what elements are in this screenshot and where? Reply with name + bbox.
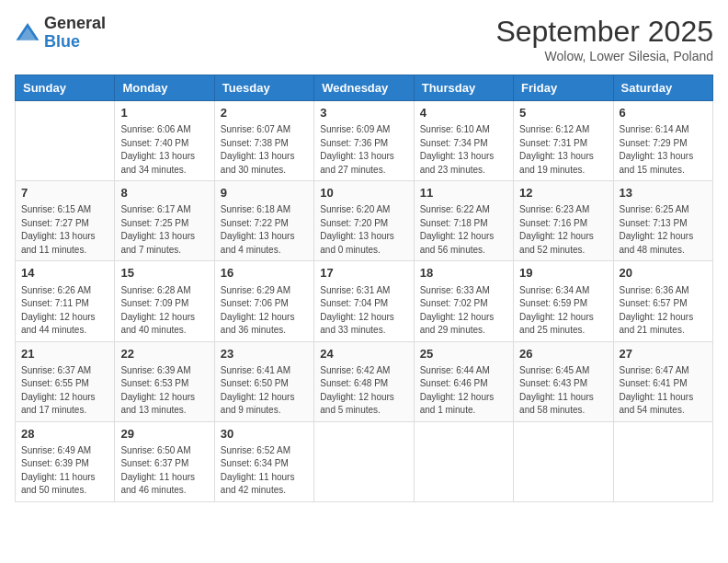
- header-wednesday: Wednesday: [314, 75, 414, 101]
- day-number: 23: [221, 346, 308, 362]
- day-info: Sunrise: 6:18 AM Sunset: 7:22 PM Dayligh…: [221, 203, 308, 257]
- day-info: Sunrise: 6:44 AM Sunset: 6:46 PM Dayligh…: [420, 364, 507, 418]
- calendar-cell: 20Sunrise: 6:36 AM Sunset: 6:57 PM Dayli…: [613, 261, 712, 341]
- calendar-cell: 29Sunrise: 6:50 AM Sunset: 6:37 PM Dayli…: [115, 421, 214, 501]
- day-number: 4: [420, 105, 507, 121]
- day-number: 2: [221, 105, 308, 121]
- day-number: 18: [420, 265, 507, 282]
- day-number: 29: [120, 426, 208, 442]
- day-info: Sunrise: 6:12 AM Sunset: 7:31 PM Dayligh…: [519, 123, 607, 177]
- calendar-header-row: SundayMondayTuesdayWednesdayThursdayFrid…: [16, 75, 713, 101]
- calendar-cell: 16Sunrise: 6:29 AM Sunset: 7:06 PM Dayli…: [214, 261, 313, 341]
- day-number: 28: [21, 426, 108, 442]
- calendar-cell: 19Sunrise: 6:34 AM Sunset: 6:59 PM Dayli…: [514, 261, 613, 341]
- location-subtitle: Wolow, Lower Silesia, Poland: [495, 49, 713, 63]
- day-info: Sunrise: 6:39 AM Sunset: 6:53 PM Dayligh…: [120, 364, 208, 418]
- day-info: Sunrise: 6:22 AM Sunset: 7:18 PM Dayligh…: [420, 203, 507, 257]
- day-info: Sunrise: 6:49 AM Sunset: 6:39 PM Dayligh…: [21, 444, 108, 498]
- calendar-cell: 28Sunrise: 6:49 AM Sunset: 6:39 PM Dayli…: [16, 421, 115, 501]
- calendar-week-row: 7Sunrise: 6:15 AM Sunset: 7:27 PM Daylig…: [16, 181, 713, 261]
- calendar-cell: 13Sunrise: 6:25 AM Sunset: 7:13 PM Dayli…: [613, 181, 712, 261]
- calendar-week-row: 1Sunrise: 6:06 AM Sunset: 7:40 PM Daylig…: [16, 101, 713, 181]
- day-number: 11: [420, 185, 507, 201]
- day-info: Sunrise: 6:25 AM Sunset: 7:13 PM Dayligh…: [620, 203, 707, 257]
- day-number: 14: [21, 265, 108, 282]
- calendar-cell: [314, 421, 414, 501]
- day-number: 26: [519, 346, 607, 362]
- day-info: Sunrise: 6:52 AM Sunset: 6:34 PM Dayligh…: [221, 444, 308, 498]
- calendar-cell: 15Sunrise: 6:28 AM Sunset: 7:09 PM Dayli…: [115, 261, 214, 341]
- calendar-cell: [414, 421, 513, 501]
- day-number: 8: [120, 185, 208, 201]
- day-number: 16: [221, 265, 308, 282]
- calendar-cell: 6Sunrise: 6:14 AM Sunset: 7:29 PM Daylig…: [613, 101, 712, 181]
- day-number: 1: [120, 105, 208, 121]
- page-header: General Blue September 2025 Wolow, Lower…: [15, 15, 713, 63]
- day-number: 7: [21, 185, 108, 201]
- logo-blue: Blue: [44, 33, 106, 52]
- calendar-week-row: 14Sunrise: 6:26 AM Sunset: 7:11 PM Dayli…: [16, 261, 713, 341]
- calendar-week-row: 28Sunrise: 6:49 AM Sunset: 6:39 PM Dayli…: [16, 421, 713, 501]
- calendar-cell: 8Sunrise: 6:17 AM Sunset: 7:25 PM Daylig…: [115, 181, 214, 261]
- calendar-cell: 21Sunrise: 6:37 AM Sunset: 6:55 PM Dayli…: [16, 341, 115, 421]
- day-info: Sunrise: 6:15 AM Sunset: 7:27 PM Dayligh…: [21, 203, 108, 257]
- day-number: 6: [620, 105, 707, 121]
- day-info: Sunrise: 6:17 AM Sunset: 7:25 PM Dayligh…: [120, 203, 208, 257]
- calendar-cell: 3Sunrise: 6:09 AM Sunset: 7:36 PM Daylig…: [314, 101, 414, 181]
- logo-icon: [15, 20, 40, 46]
- day-info: Sunrise: 6:23 AM Sunset: 7:16 PM Dayligh…: [519, 203, 607, 257]
- day-number: 3: [320, 105, 407, 121]
- calendar-cell: 1Sunrise: 6:06 AM Sunset: 7:40 PM Daylig…: [115, 101, 214, 181]
- calendar-cell: [514, 421, 613, 501]
- month-title: September 2025: [495, 15, 713, 49]
- calendar-cell: 14Sunrise: 6:26 AM Sunset: 7:11 PM Dayli…: [16, 261, 115, 341]
- day-number: 21: [21, 346, 108, 362]
- calendar-cell: 24Sunrise: 6:42 AM Sunset: 6:48 PM Dayli…: [314, 341, 414, 421]
- header-monday: Monday: [115, 75, 214, 101]
- day-info: Sunrise: 6:14 AM Sunset: 7:29 PM Dayligh…: [620, 123, 707, 177]
- day-info: Sunrise: 6:10 AM Sunset: 7:34 PM Dayligh…: [420, 123, 507, 177]
- day-number: 22: [120, 346, 208, 362]
- day-info: Sunrise: 6:36 AM Sunset: 6:57 PM Dayligh…: [620, 284, 707, 338]
- title-block: September 2025 Wolow, Lower Silesia, Pol…: [495, 15, 713, 63]
- day-info: Sunrise: 6:34 AM Sunset: 6:59 PM Dayligh…: [519, 284, 607, 338]
- day-info: Sunrise: 6:20 AM Sunset: 7:20 PM Dayligh…: [320, 203, 407, 257]
- day-info: Sunrise: 6:33 AM Sunset: 7:02 PM Dayligh…: [420, 284, 507, 338]
- calendar-cell: 22Sunrise: 6:39 AM Sunset: 6:53 PM Dayli…: [115, 341, 214, 421]
- header-friday: Friday: [514, 75, 613, 101]
- day-info: Sunrise: 6:45 AM Sunset: 6:43 PM Dayligh…: [519, 364, 607, 418]
- day-number: 24: [320, 346, 407, 362]
- day-info: Sunrise: 6:29 AM Sunset: 7:06 PM Dayligh…: [221, 284, 308, 338]
- day-info: Sunrise: 6:50 AM Sunset: 6:37 PM Dayligh…: [120, 444, 208, 498]
- calendar-cell: 26Sunrise: 6:45 AM Sunset: 6:43 PM Dayli…: [514, 341, 613, 421]
- calendar-cell: 23Sunrise: 6:41 AM Sunset: 6:50 PM Dayli…: [214, 341, 313, 421]
- header-sunday: Sunday: [16, 75, 115, 101]
- calendar-cell: 10Sunrise: 6:20 AM Sunset: 7:20 PM Dayli…: [314, 181, 414, 261]
- logo: General Blue: [15, 15, 106, 52]
- day-number: 27: [620, 346, 707, 362]
- day-info: Sunrise: 6:07 AM Sunset: 7:38 PM Dayligh…: [221, 123, 308, 177]
- day-info: Sunrise: 6:31 AM Sunset: 7:04 PM Dayligh…: [320, 284, 407, 338]
- calendar-cell: 2Sunrise: 6:07 AM Sunset: 7:38 PM Daylig…: [214, 101, 313, 181]
- calendar-cell: 25Sunrise: 6:44 AM Sunset: 6:46 PM Dayli…: [414, 341, 513, 421]
- day-number: 12: [519, 185, 607, 201]
- day-number: 19: [519, 265, 607, 282]
- calendar-cell: [16, 101, 115, 181]
- day-number: 13: [620, 185, 707, 201]
- calendar-table: SundayMondayTuesdayWednesdayThursdayFrid…: [15, 75, 713, 502]
- day-info: Sunrise: 6:47 AM Sunset: 6:41 PM Dayligh…: [620, 364, 707, 418]
- day-info: Sunrise: 6:41 AM Sunset: 6:50 PM Dayligh…: [221, 364, 308, 418]
- calendar-cell: [613, 421, 712, 501]
- day-number: 10: [320, 185, 407, 201]
- day-number: 9: [221, 185, 308, 201]
- header-tuesday: Tuesday: [214, 75, 313, 101]
- day-info: Sunrise: 6:26 AM Sunset: 7:11 PM Dayligh…: [21, 284, 108, 338]
- calendar-cell: 4Sunrise: 6:10 AM Sunset: 7:34 PM Daylig…: [414, 101, 513, 181]
- day-number: 30: [221, 426, 308, 442]
- calendar-week-row: 21Sunrise: 6:37 AM Sunset: 6:55 PM Dayli…: [16, 341, 713, 421]
- calendar-cell: 12Sunrise: 6:23 AM Sunset: 7:16 PM Dayli…: [514, 181, 613, 261]
- calendar-cell: 11Sunrise: 6:22 AM Sunset: 7:18 PM Dayli…: [414, 181, 513, 261]
- calendar-cell: 9Sunrise: 6:18 AM Sunset: 7:22 PM Daylig…: [214, 181, 313, 261]
- day-number: 20: [620, 265, 707, 282]
- logo-general: General: [44, 15, 106, 33]
